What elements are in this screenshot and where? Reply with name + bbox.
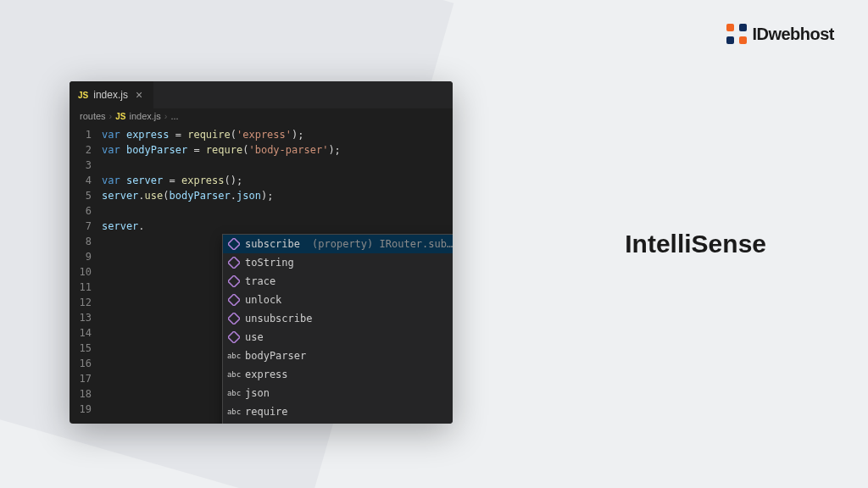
breadcrumb[interactable]: routes › JS index.js › ... xyxy=(70,108,453,124)
svg-rect-5 xyxy=(228,331,240,343)
svg-rect-4 xyxy=(228,313,240,324)
method-icon xyxy=(228,275,240,287)
line-number: 4 xyxy=(70,173,102,188)
line-number: 2 xyxy=(70,142,102,158)
suggestion-label: json xyxy=(245,385,270,401)
code-line: 1var express = require('express'); xyxy=(70,127,453,142)
suggestion-label: bodyParser xyxy=(245,348,306,363)
suggestion-label: toString xyxy=(245,255,294,270)
close-icon[interactable]: × xyxy=(133,88,145,102)
suggestion-detail: (property) IRouter.subscribe: IRouter… xyxy=(312,236,453,252)
line-number: 13 xyxy=(70,310,102,325)
breadcrumb-item[interactable]: index.js xyxy=(129,111,160,121)
word-icon: abc xyxy=(228,350,240,362)
method-icon xyxy=(228,257,240,269)
suggestion-label: unlock xyxy=(245,292,281,308)
line-number: 12 xyxy=(70,295,102,310)
suggestion-label: unsubscribe xyxy=(245,311,312,326)
suggestion-label: requre xyxy=(245,423,281,424)
chevron-right-icon: › xyxy=(164,111,168,121)
code-line: 7server. xyxy=(70,219,453,234)
intellisense-suggestion[interactable]: abcrequre xyxy=(223,421,453,424)
intellisense-suggestion[interactable]: abcbodyParser xyxy=(223,347,453,365)
method-icon xyxy=(228,294,240,306)
svg-rect-0 xyxy=(228,238,240,250)
code-line: 6 xyxy=(70,203,453,219)
feature-title: IntelliSense xyxy=(625,230,766,258)
code-line: 5server.use(bodyParser.json); xyxy=(70,188,453,203)
method-icon xyxy=(228,313,240,324)
line-number: 3 xyxy=(70,158,102,173)
line-number: 9 xyxy=(70,249,102,264)
chevron-right-icon: › xyxy=(109,111,113,121)
intellisense-suggestion[interactable]: abcjson xyxy=(223,384,453,402)
breadcrumb-item[interactable]: routes xyxy=(80,111,106,121)
intellisense-suggestion[interactable]: toString xyxy=(223,253,453,272)
line-number: 17 xyxy=(70,371,102,386)
code-line: 3 xyxy=(70,158,453,173)
intellisense-suggestion[interactable]: subscribe(property) IRouter.subscribe: I… xyxy=(223,235,453,253)
code-area[interactable]: 1var express = require('express'); 2var … xyxy=(70,124,453,424)
intellisense-suggestion[interactable]: trace xyxy=(223,272,453,291)
svg-rect-2 xyxy=(228,275,240,287)
line-number: 6 xyxy=(70,203,102,219)
suggestion-label: use xyxy=(245,330,264,345)
code-line: 2var bodyParser = requre('body-parser'); xyxy=(70,142,453,158)
brand-logo-text: IDwebhost xyxy=(752,25,834,44)
brand-logo-mark xyxy=(726,24,747,44)
method-icon xyxy=(228,238,240,250)
word-icon: abc xyxy=(228,369,240,380)
js-file-icon: JS xyxy=(78,91,88,100)
tab-filename: index.js xyxy=(93,89,128,101)
line-number: 15 xyxy=(70,341,102,356)
code-line: 4var server = express(); xyxy=(70,173,453,188)
word-icon: abc xyxy=(228,406,240,418)
suggestion-label: require xyxy=(245,404,288,419)
intellisense-suggestion[interactable]: unsubscribe xyxy=(223,309,453,328)
line-number: 16 xyxy=(70,356,102,371)
breadcrumb-item[interactable]: ... xyxy=(170,111,178,121)
intellisense-suggestion[interactable]: use xyxy=(223,328,453,347)
suggestion-label: subscribe xyxy=(245,236,300,252)
brand-logo: IDwebhost xyxy=(726,24,834,44)
line-number: 1 xyxy=(70,127,102,142)
line-number: 14 xyxy=(70,325,102,341)
line-number: 8 xyxy=(70,234,102,249)
line-number: 11 xyxy=(70,280,102,295)
intellisense-suggestion[interactable]: abcrequire xyxy=(223,402,453,421)
editor-tab[interactable]: JS index.js × xyxy=(70,81,153,108)
line-number: 7 xyxy=(70,219,102,234)
svg-rect-3 xyxy=(228,294,240,306)
editor-tab-bar: JS index.js × xyxy=(70,81,453,108)
suggestion-label: express xyxy=(245,367,288,382)
word-icon: abc xyxy=(228,387,240,399)
line-number: 10 xyxy=(70,264,102,280)
line-number: 19 xyxy=(70,402,102,417)
line-number: 5 xyxy=(70,188,102,203)
svg-rect-1 xyxy=(228,257,240,269)
code-editor-window: JS index.js × routes › JS index.js › ...… xyxy=(70,81,453,424)
method-icon xyxy=(228,331,240,343)
js-file-icon: JS xyxy=(115,112,125,121)
line-number: 18 xyxy=(70,386,102,402)
intellisense-popup[interactable]: subscribe(property) IRouter.subscribe: I… xyxy=(222,234,453,424)
intellisense-suggestion[interactable]: abcexpress xyxy=(223,365,453,384)
suggestion-label: trace xyxy=(245,274,275,289)
intellisense-suggestion[interactable]: unlock xyxy=(223,291,453,309)
